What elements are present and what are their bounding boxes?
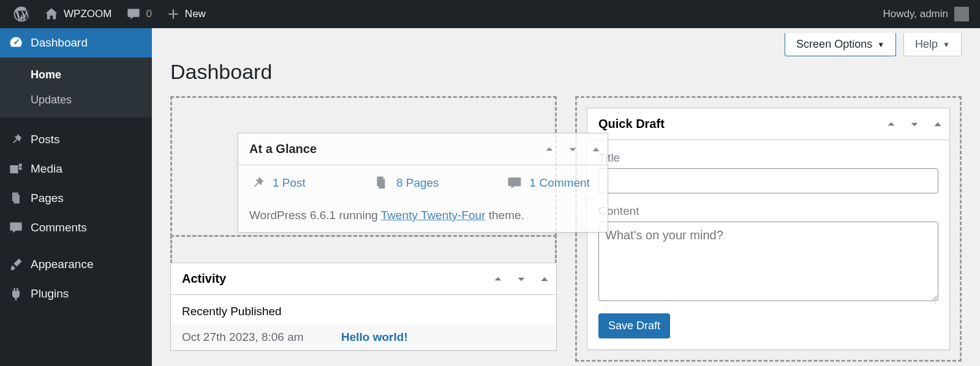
menu-dashboard[interactable]: Dashboard (0, 28, 152, 58)
widget-dropzone-small[interactable] (170, 235, 557, 263)
glance-posts-link[interactable]: 1 Post (249, 175, 306, 191)
pages-icon (373, 175, 389, 191)
plus-icon (167, 7, 180, 21)
menu-label: Dashboard (31, 36, 88, 50)
activity-post-link[interactable]: Hello world! (341, 331, 408, 344)
howdy-text: Howdy, admin (883, 8, 948, 20)
chevron-up-icon (884, 118, 898, 131)
menu-plugins[interactable]: Plugins (0, 279, 152, 308)
activity-widget: Activity Recently Published Oct 27th 202… (170, 263, 557, 351)
avatar (954, 7, 969, 21)
dashboard-submenu: Home Updates (0, 58, 152, 118)
wp-version-line: WordPress 6.6.1 running Twenty Twenty-Fo… (249, 209, 597, 222)
admin-sidebar: Dashboard Home Updates Posts Media Pages… (0, 28, 152, 366)
menu-posts[interactable]: Posts (0, 125, 152, 154)
activity-section-title: Recently Published (171, 295, 556, 324)
chevron-up-icon (491, 272, 505, 286)
screen-options-tab[interactable]: Screen Options ▼ (785, 33, 896, 56)
menu-comments[interactable]: Comments (0, 213, 152, 242)
triangle-up-icon (931, 118, 944, 131)
quick-draft-widget: Quick Draft Title Content Save Draft (587, 108, 950, 350)
submenu-home[interactable]: Home (0, 62, 152, 88)
wordpress-icon (13, 6, 29, 22)
content-area: Screen Options ▼ Help ▼ Dashboard At a G… (152, 28, 980, 366)
new-content-link[interactable]: New (159, 0, 213, 28)
comment-icon (126, 7, 141, 21)
pin-icon (249, 175, 265, 191)
activity-date: Oct 27th 2023, 8:06 am (182, 331, 323, 344)
qd-content-textarea[interactable] (598, 222, 938, 301)
widget-dropzone[interactable]: Quick Draft Title Content Save Draft (575, 96, 962, 362)
menu-pages[interactable]: Pages (0, 184, 152, 213)
dashboard-col-2: Quick Draft Title Content Save Draft (575, 96, 962, 363)
help-tab[interactable]: Help ▼ (903, 33, 962, 56)
toggle-handle[interactable] (584, 136, 608, 162)
chevron-down-icon (514, 272, 528, 286)
move-up-handle[interactable] (486, 266, 510, 292)
pages-icon (9, 191, 23, 206)
menu-label: Plugins (31, 287, 69, 301)
toggle-handle[interactable] (533, 266, 556, 292)
comment-icon (507, 175, 522, 191)
tab-label: Screen Options (796, 38, 872, 51)
widget-title: At a Glance (238, 133, 538, 165)
site-name: WPZOOM (64, 8, 111, 20)
menu-appearance[interactable]: Appearance (0, 250, 152, 279)
glance-pages-link[interactable]: 8 Pages (373, 175, 439, 191)
widget-title: Quick Draft (587, 108, 880, 140)
brush-icon (9, 257, 23, 272)
menu-media[interactable]: Media (0, 154, 152, 184)
site-name-link[interactable]: WPZOOM (37, 0, 119, 28)
triangle-up-icon (538, 272, 551, 286)
qd-title-input[interactable] (598, 168, 938, 193)
submenu-updates[interactable]: Updates (0, 88, 152, 113)
tab-label: Help (915, 38, 938, 51)
move-down-handle[interactable] (903, 111, 926, 137)
glance-pages: 8 Pages (396, 176, 439, 190)
activity-row: Oct 27th 2023, 8:06 am Hello world! (171, 324, 556, 350)
chevron-down-icon: ▼ (943, 40, 950, 49)
move-down-handle[interactable] (510, 266, 533, 292)
comments-link[interactable]: 0 (119, 0, 159, 28)
dashboard-col-1: At a Glance 1 Post 8 Pages (170, 96, 557, 363)
comment-icon (9, 220, 23, 235)
plug-icon (9, 286, 23, 301)
menu-label: Media (31, 162, 62, 176)
menu-label: Pages (31, 192, 64, 205)
menu-label: Appearance (31, 258, 93, 271)
dashboard-icon (9, 35, 23, 50)
toggle-handle[interactable] (926, 111, 949, 137)
widget-title: Activity (171, 263, 486, 294)
theme-link[interactable]: Twenty Twenty-Four (381, 209, 486, 222)
move-down-handle[interactable] (561, 136, 584, 162)
chevron-down-icon (566, 143, 579, 156)
comment-count: 0 (146, 8, 151, 20)
qd-title-label: Title (598, 151, 938, 165)
qd-content-label: Content (598, 204, 938, 218)
media-icon (9, 162, 23, 176)
chevron-down-icon (908, 118, 921, 131)
save-draft-button[interactable]: Save Draft (598, 313, 670, 338)
page-title: Dashboard (170, 60, 962, 84)
move-up-handle[interactable] (538, 136, 561, 162)
chevron-up-icon (543, 143, 556, 156)
at-a-glance-widget-dragging[interactable]: At a Glance 1 Post 8 Pages (238, 133, 608, 233)
pin-icon (9, 132, 23, 147)
chevron-down-icon: ▼ (877, 40, 884, 49)
move-up-handle[interactable] (880, 111, 903, 137)
wp-logo[interactable] (6, 0, 37, 28)
menu-label: Comments (31, 221, 87, 234)
triangle-up-icon (589, 143, 603, 156)
admin-bar: WPZOOM 0 New Howdy, admin (0, 0, 980, 28)
home-icon (44, 7, 59, 21)
glance-comments-link[interactable]: 1 Comment (507, 175, 590, 191)
account-link[interactable]: Howdy, admin (883, 7, 974, 21)
menu-label: Posts (31, 133, 60, 146)
glance-posts: 1 Post (273, 176, 306, 190)
glance-comments: 1 Comment (530, 176, 590, 190)
new-label: New (185, 8, 206, 20)
